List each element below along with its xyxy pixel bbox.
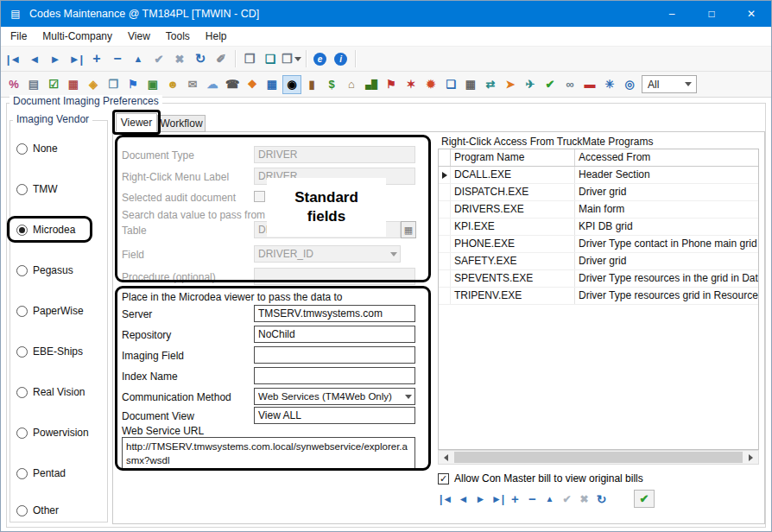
imaging-field-field[interactable] [254, 346, 415, 364]
delete-record-button[interactable]: − [108, 49, 127, 68]
vendor-radio-powervision[interactable]: Powervision [16, 426, 89, 440]
menu-tools[interactable]: Tools [158, 27, 198, 46]
grid-edit-button[interactable]: ▲ [541, 490, 558, 508]
scroll-left-button[interactable] [439, 451, 453, 464]
refresh-button[interactable]: ↻ [191, 49, 210, 68]
burst-icon[interactable]: ✶ [402, 75, 421, 94]
burst2-icon[interactable]: ✹ [421, 75, 440, 94]
truck-icon[interactable]: ▣ [143, 75, 162, 94]
vendor-radio-pentad[interactable]: Pentad [16, 466, 66, 480]
menu-help[interactable]: Help [198, 27, 235, 46]
share-icon[interactable]: ❖ [243, 75, 262, 94]
communication-method-dropdown[interactable]: Web Services (TM4Web Only) [254, 388, 415, 405]
grid-refresh-button[interactable]: ↻ [593, 490, 610, 508]
column-header-program-name[interactable]: Program Name [451, 149, 575, 166]
cloud-icon[interactable]: ☁ [203, 75, 222, 94]
mail-icon[interactable]: ✉ [183, 75, 202, 94]
menu-multi-company[interactable]: Multi-Company [35, 27, 120, 46]
grid-last-button[interactable]: ►| [490, 490, 506, 508]
vendor-radio-other[interactable]: Other [16, 504, 59, 517]
allow-con-master-checkbox-row[interactable]: ✓ Allow Con Master bill to view original… [438, 472, 643, 484]
table-row[interactable]: TRIPENV.EXE Driver Type resources grid i… [439, 288, 758, 305]
last-record-button[interactable]: ►| [66, 49, 85, 68]
plane-icon[interactable]: ✈ [521, 75, 540, 94]
scroll-right-button[interactable] [744, 451, 758, 464]
approve-icon[interactable]: ✔ [541, 75, 560, 94]
notes-icon[interactable]: ▤ [24, 75, 43, 94]
vendor-radio-microdea[interactable]: Microdea [16, 223, 75, 237]
print-report-button[interactable]: ❒ [240, 49, 259, 68]
tab-workflow[interactable]: Workflow [157, 115, 206, 132]
calculator-icon[interactable]: ▦ [461, 75, 480, 94]
fuel-icon[interactable]: ▮ [302, 75, 321, 94]
vendor-radio-tmw[interactable]: TMW [16, 182, 58, 196]
grid-icon[interactable]: ▦ [263, 75, 282, 94]
column-header-accessed-from[interactable]: Accessed From [575, 149, 758, 166]
vendor-radio-pegasus[interactable]: Pegasus [16, 263, 73, 277]
user-icon[interactable]: ☻ [163, 75, 182, 94]
phone-icon[interactable]: ☎ [223, 75, 242, 94]
grid-post-button[interactable]: ✔ [559, 490, 575, 508]
close-button[interactable]: ✕ [731, 1, 771, 27]
print-preview-button[interactable]: ❏ [261, 49, 280, 68]
percent-icon[interactable]: % [4, 75, 23, 94]
menu-view[interactable]: View [120, 27, 158, 46]
edit-record-button[interactable]: ▲ [129, 49, 148, 68]
info-button[interactable]: i [332, 49, 351, 68]
checklist-icon[interactable]: ☑ [44, 75, 63, 94]
cancel-edit-button[interactable]: ✖ [170, 49, 189, 68]
grid-delete-button[interactable]: − [524, 490, 541, 508]
money-icon[interactable]: $ [322, 75, 341, 94]
commit-button[interactable]: ✔ [634, 490, 655, 508]
grid-first-button[interactable]: |◄ [438, 490, 454, 508]
server-field[interactable]: TMSERV.tmwsystems.com [254, 305, 415, 322]
post-edit-button[interactable]: ✔ [149, 49, 168, 68]
repository-field[interactable]: NoChild [254, 326, 415, 343]
checkbox-checked-icon[interactable]: ✓ [438, 473, 449, 484]
scrollbar-thumb[interactable] [454, 452, 743, 463]
menu-file[interactable]: File [3, 27, 35, 46]
globe2-icon[interactable]: ◎ [620, 75, 639, 94]
web-service-url-field[interactable]: http://TMSERV.tmwsystems.com.local/synwe… [122, 437, 415, 470]
asterisk-icon[interactable]: ✳ [600, 75, 619, 94]
table-row[interactable]: SAFETY.EXE Driver grid [439, 253, 758, 270]
table-row[interactable]: PHONE.EXE Driver Type contact in Phone m… [439, 236, 758, 253]
prior-record-button[interactable]: ◄ [25, 49, 44, 68]
minimize-button[interactable]: – [652, 1, 692, 27]
maximize-button[interactable]: □ [692, 1, 731, 27]
internet-button[interactable]: e [311, 49, 330, 68]
remove-icon[interactable]: ▬ [580, 75, 599, 94]
table-row[interactable]: SPEVENTS.EXE Driver Type resources in th… [439, 270, 758, 288]
vendor-radio-real-vision[interactable]: Real Vision [16, 385, 85, 399]
print-setup-button[interactable]: ❒ [282, 49, 301, 68]
table-row[interactable]: KPI.EXE KPI DB grid [439, 218, 758, 236]
calendar-icon[interactable]: ▦ [64, 75, 83, 94]
building-icon[interactable]: ⌂ [342, 75, 361, 94]
flag-icon[interactable]: ⚑ [123, 75, 142, 94]
table-row[interactable]: DISPATCH.EXE Driver grid [439, 184, 758, 201]
document-icon[interactable]: ❏ [441, 75, 460, 94]
send-icon[interactable]: ➤ [501, 75, 520, 94]
link-icon[interactable]: ∞ [560, 75, 579, 94]
grid-horizontal-scrollbar[interactable] [438, 450, 759, 465]
red-flag-icon[interactable]: ⚑ [382, 75, 401, 94]
vendor-radio-ebe-ships[interactable]: EBE-Ships [16, 345, 83, 358]
sync-icon[interactable]: ⇄ [481, 75, 500, 94]
insert-record-button[interactable]: + [87, 49, 106, 68]
annotate-button[interactable]: ✐ [212, 49, 231, 68]
toolbar-filter-dropdown[interactable]: All [642, 75, 697, 93]
vendor-radio-paperwise[interactable]: PaperWise [16, 304, 84, 318]
tab-viewer[interactable]: Viewer [116, 113, 157, 132]
index-name-field[interactable] [254, 367, 415, 384]
document-view-field[interactable]: View ALL [254, 407, 415, 424]
first-record-button[interactable]: |◄ [4, 49, 23, 68]
table-row[interactable]: DRIVERS.EXE Main form [439, 201, 758, 218]
copy-icon[interactable]: ❐ [104, 75, 123, 94]
grid-cancel-button[interactable]: ✖ [576, 490, 592, 508]
camera-icon[interactable]: ◉ [282, 75, 301, 94]
badge-icon[interactable]: ◈ [84, 75, 103, 94]
grid-next-button[interactable]: ► [472, 490, 489, 508]
chart-icon[interactable]: ▄█ [362, 75, 381, 94]
table-row[interactable]: DCALL.EXE Header Section [439, 167, 758, 184]
grid-prior-button[interactable]: ◄ [455, 490, 471, 508]
